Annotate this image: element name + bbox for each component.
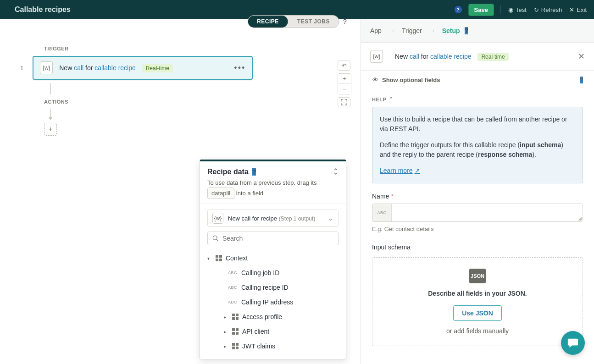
- datapill-search[interactable]: [207, 232, 339, 245]
- help-label: HELP: [372, 97, 386, 102]
- tree-label: Calling recipe ID: [241, 284, 289, 291]
- trigger-step-card[interactable]: {w} New call for callable recipe Real-ti…: [33, 56, 253, 80]
- refresh-button[interactable]: ↻ Refresh: [534, 6, 562, 13]
- object-icon: [232, 343, 239, 349]
- view-toggle: RECIPE TEST JOBS ?: [247, 15, 347, 28]
- add-action-button[interactable]: +: [44, 123, 57, 136]
- recipe-data-help-icon[interactable]: ?: [252, 168, 256, 176]
- svg-rect-16: [236, 347, 239, 349]
- tree-item[interactable]: ABC Calling job ID: [207, 265, 339, 280]
- svg-rect-7: [232, 317, 235, 320]
- exit-label: Exit: [577, 6, 587, 13]
- test-label: Test: [516, 6, 527, 13]
- canvas-controls: ↶ + −: [338, 61, 351, 107]
- step-menu-icon[interactable]: •••: [234, 63, 245, 73]
- save-button[interactable]: Save: [468, 4, 494, 16]
- tab-recipe[interactable]: RECIPE: [248, 16, 288, 28]
- caret-right-icon: ▸: [224, 329, 228, 334]
- expand-icon: [341, 99, 347, 105]
- tree-node[interactable]: ▸ Access profile: [207, 309, 339, 324]
- bc-app[interactable]: App: [370, 27, 382, 34]
- tree-item[interactable]: ABC Calling recipe ID: [207, 280, 339, 295]
- svg-rect-15: [232, 347, 235, 349]
- name-input[interactable]: [392, 204, 583, 221]
- zoom-out-button[interactable]: −: [338, 84, 351, 94]
- tree-label: Access profile: [242, 313, 282, 320]
- step-number: 1: [20, 65, 23, 72]
- string-type-icon: ABC: [228, 285, 238, 290]
- recipe-data-subtitle: To use data from a previous step, drag i…: [207, 178, 339, 199]
- search-input[interactable]: [222, 235, 333, 242]
- string-type-icon: ABC: [228, 300, 238, 304]
- tree-node[interactable]: ▸ API client: [207, 324, 339, 339]
- tree-item[interactable]: ABC Calling IP address: [207, 295, 339, 309]
- tree-label: API client: [242, 328, 269, 335]
- close-icon: ✕: [569, 6, 574, 13]
- test-button[interactable]: ◉ Test: [508, 6, 527, 13]
- zoom-in-button[interactable]: +: [338, 74, 351, 84]
- string-type-icon: ABC: [228, 270, 238, 275]
- show-optional-toggle[interactable]: Show optional fields: [382, 77, 440, 83]
- chat-widget-button[interactable]: [561, 331, 585, 355]
- resize-handle-icon[interactable]: [578, 217, 582, 221]
- tab-test-jobs[interactable]: TEST JOBS: [288, 16, 339, 28]
- workato-icon: {w}: [40, 61, 53, 74]
- caret-down-icon: ▾: [207, 256, 212, 261]
- external-link-icon: ↗: [415, 166, 420, 176]
- arrow-right-icon: →: [388, 27, 395, 35]
- play-icon: ◉: [508, 6, 513, 13]
- realtime-badge: Real-time: [477, 53, 508, 61]
- setup-help-icon[interactable]: ?: [465, 27, 468, 34]
- eye-icon: 👁: [372, 76, 378, 83]
- json-desc: Describe all fields in your JSON.: [383, 290, 572, 297]
- refresh-icon: ↻: [534, 6, 539, 13]
- svg-rect-5: [232, 314, 235, 316]
- refresh-label: Refresh: [541, 6, 562, 13]
- step-output-title: New call for recipe: [228, 215, 277, 222]
- help-box: Use this to build a recipe that can be c…: [372, 107, 583, 183]
- tree-node-context[interactable]: ▾ Context: [207, 251, 339, 265]
- trigger-section-label: TRIGGER: [44, 46, 351, 51]
- tree-label: JWT claims: [242, 342, 275, 350]
- recipe-data-panel: Recipe data ? To use data from a previou…: [200, 160, 346, 359]
- step-output-sub: (Step 1 output): [279, 215, 315, 222]
- svg-rect-6: [236, 314, 239, 316]
- svg-rect-13: [232, 343, 235, 346]
- name-type-icon: ABC: [372, 204, 392, 221]
- datapill-tree: ▾ Context ABC Calling job ID ABC Calling…: [207, 251, 339, 353]
- close-panel-button[interactable]: ✕: [578, 51, 585, 61]
- setup-panel: App → Trigger → Setup ? {w} New call for…: [361, 19, 594, 364]
- collapse-icon[interactable]: [333, 168, 339, 176]
- bc-trigger[interactable]: Trigger: [402, 27, 422, 34]
- help-section-toggle[interactable]: HELP ⌃: [372, 96, 583, 102]
- svg-rect-8: [236, 317, 239, 320]
- page-title: Callable recipes: [15, 6, 71, 14]
- input-schema-label: Input schema: [372, 243, 583, 251]
- add-fields-manually-link[interactable]: add fields manually: [454, 327, 509, 335]
- object-icon: [232, 328, 239, 335]
- fit-view-button[interactable]: [338, 97, 350, 107]
- step-output-selector[interactable]: {w} New call for recipe (Step 1 output) …: [207, 210, 339, 227]
- help-text: Define the trigger outputs for this call…: [380, 140, 575, 160]
- recipe-canvas[interactable]: TRIGGER 1 {w} New call for callable reci…: [0, 19, 361, 364]
- tree-label: Calling IP address: [241, 298, 293, 306]
- svg-rect-14: [236, 343, 239, 346]
- tree-node[interactable]: ▸ JWT claims: [207, 339, 339, 353]
- bc-setup[interactable]: Setup: [442, 27, 460, 34]
- name-field-label: Name *: [372, 193, 583, 200]
- optional-help-icon[interactable]: ?: [580, 77, 583, 83]
- use-json-button[interactable]: Use JSON: [453, 305, 502, 321]
- toggle-help-icon[interactable]: ?: [343, 18, 347, 25]
- datapill-chip: datapill: [207, 188, 234, 199]
- learn-more-link[interactable]: Learn more ↗: [380, 166, 420, 176]
- search-icon: [212, 235, 219, 242]
- exit-button[interactable]: ✕ Exit: [569, 6, 587, 13]
- breadcrumb: App → Trigger → Setup ?: [361, 19, 594, 43]
- tree-label: Calling job ID: [241, 269, 279, 276]
- realtime-badge: Real-time: [142, 64, 173, 72]
- undo-button[interactable]: ↶: [338, 61, 350, 71]
- actions-section-label: ACTIONS: [44, 99, 351, 105]
- svg-rect-3: [216, 259, 218, 261]
- help-icon[interactable]: ?: [455, 6, 462, 13]
- trigger-summary: {w} New call for callable recipe Real-ti…: [361, 43, 594, 71]
